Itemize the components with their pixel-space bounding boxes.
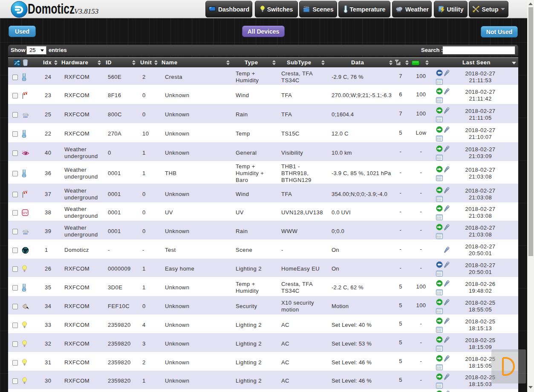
svg-text:UV: UV [23,211,27,215]
